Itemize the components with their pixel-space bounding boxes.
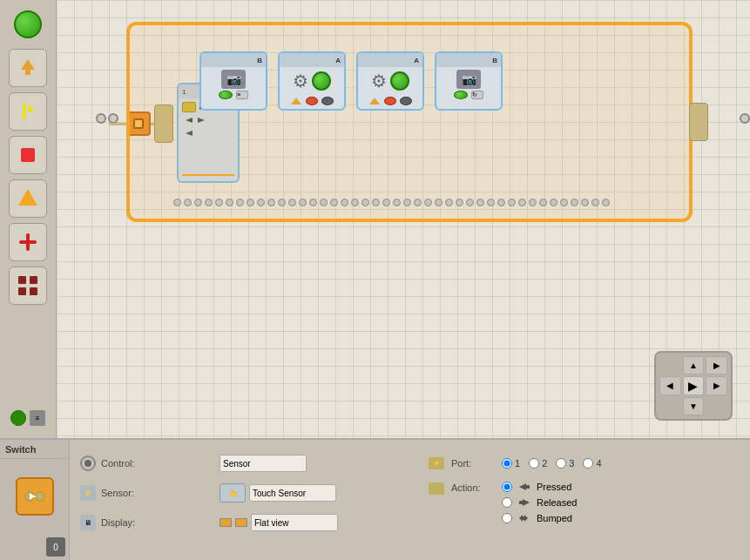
nav-left-button[interactable]: ◀ xyxy=(659,376,681,395)
nav-play-button[interactable]: ▶ xyxy=(683,376,705,395)
cam-green-btn[interactable] xyxy=(219,91,233,99)
port-3-label[interactable]: 3 xyxy=(556,458,574,469)
red-dot-r xyxy=(384,97,396,105)
gear-green-btn-r[interactable] xyxy=(390,71,409,91)
inner-blocks: B 📷 ≡ xyxy=(199,51,503,111)
svg-rect-7 xyxy=(19,240,37,244)
gear-footer-right xyxy=(358,95,422,107)
sensor-label: Sensor: xyxy=(101,488,145,498)
cross-button[interactable] xyxy=(9,223,47,261)
loop-arrow: ← xyxy=(401,13,418,33)
program-area: 1 xyxy=(109,13,736,248)
control-dropdown[interactable]: Sensor xyxy=(220,455,307,472)
released-radio[interactable] xyxy=(502,497,512,508)
seq-dot xyxy=(288,199,296,206)
cam-block-b-right[interactable]: B 📷 ↻ xyxy=(435,51,503,111)
seq-dot xyxy=(456,199,463,206)
gear-footer xyxy=(280,95,344,107)
stop-button[interactable] xyxy=(9,136,47,174)
switch-arrows-svg xyxy=(23,484,47,509)
cam-footer-right: ↻ xyxy=(450,89,487,101)
cam-small-btn[interactable]: ≡ xyxy=(236,91,248,99)
pressed-label: Pressed xyxy=(537,482,571,492)
nav-down-button[interactable]: ▼ xyxy=(683,397,705,415)
port-4-radio[interactable] xyxy=(583,458,593,469)
seq-dot xyxy=(539,199,547,206)
gear-body-right: ⚙ xyxy=(358,67,422,95)
seq-dot xyxy=(414,199,422,206)
step-button[interactable] xyxy=(9,92,47,131)
gray-dot xyxy=(321,97,334,105)
seq-dot xyxy=(236,199,244,206)
port-4-text: 4 xyxy=(596,458,601,469)
released-arrow-icon xyxy=(517,497,531,508)
gear-icon-right: ⚙ xyxy=(371,71,387,91)
seq-dot xyxy=(278,199,286,206)
up-arrow-icon-r xyxy=(368,97,381,105)
upload-button[interactable] xyxy=(9,49,47,87)
seq-dot xyxy=(320,199,328,206)
nav-right-top-button[interactable]: ▶ xyxy=(706,356,727,374)
conn-dot xyxy=(96,113,106,124)
seq-dot xyxy=(247,199,254,206)
gear-green-btn[interactable] xyxy=(312,71,331,91)
port-2-text: 2 xyxy=(542,458,547,469)
display-mini-icon2 xyxy=(235,518,247,527)
svg-marker-22 xyxy=(519,483,530,490)
seq-dot xyxy=(497,199,505,206)
switch-label: Switch xyxy=(0,440,69,459)
port-2-label[interactable]: 2 xyxy=(529,458,547,469)
cam-header-b-left: B xyxy=(201,53,266,67)
bumped-label: Bumped xyxy=(537,513,572,523)
sensor-icon: ⚡ xyxy=(80,485,96,501)
port-label: Port: xyxy=(451,458,495,469)
grid-button[interactable] xyxy=(9,267,47,305)
control-inner xyxy=(84,460,91,467)
view-icon[interactable]: ≡ xyxy=(30,410,45,426)
display-row: 🖥 Display: xyxy=(80,511,220,534)
switch-thumb-icon[interactable] xyxy=(16,477,54,516)
display-dropdown[interactable]: Flat view xyxy=(251,514,338,531)
port-3-radio[interactable] xyxy=(556,458,566,469)
nav-up-button[interactable]: ▲ xyxy=(683,356,705,374)
block-label-b-right: B xyxy=(492,57,497,64)
seq-dot xyxy=(476,199,484,206)
pressed-radio[interactable] xyxy=(502,482,512,492)
cam-small-btn-r[interactable]: ↻ xyxy=(471,91,483,99)
seq-dot xyxy=(205,199,213,206)
loop-container: ← B 📷 xyxy=(126,22,693,222)
touch-sensor-img: 👆 xyxy=(220,483,246,503)
seq-dot xyxy=(529,199,537,206)
col2: Sensor 👆 Touch Sensor xyxy=(220,447,429,553)
sequence-row xyxy=(173,199,610,206)
svg-marker-2 xyxy=(28,104,35,111)
seq-dot xyxy=(257,199,265,206)
shape-button[interactable] xyxy=(9,179,47,218)
seq-dot xyxy=(445,199,453,206)
port-4-label[interactable]: 4 xyxy=(583,458,601,469)
control-label: Control: xyxy=(101,458,145,469)
seq-dot xyxy=(382,199,390,206)
cam-green-r[interactable] xyxy=(454,91,468,99)
port-1-label[interactable]: 1 xyxy=(502,458,520,469)
block-label-b: B xyxy=(257,57,262,64)
seq-dot xyxy=(435,199,443,206)
app: ≡ xyxy=(0,0,750,560)
seq-dot xyxy=(215,199,223,206)
seq-dot xyxy=(508,199,516,206)
zero-badge: 0 xyxy=(46,537,65,557)
action-icon xyxy=(429,482,444,495)
bumped-radio[interactable] xyxy=(502,513,512,523)
seq-dot xyxy=(226,199,233,206)
seq-dot xyxy=(466,199,474,206)
port-2-radio[interactable] xyxy=(529,458,539,469)
port-1-radio[interactable] xyxy=(502,458,512,469)
sensor-dropdown[interactable]: Touch Sensor xyxy=(249,484,336,502)
gear-block-a-right[interactable]: A ⚙ xyxy=(356,51,424,111)
cam-body: 📷 ≡ xyxy=(201,67,266,104)
svg-point-19 xyxy=(36,492,44,501)
action-bumped-row: Bumped xyxy=(502,513,577,523)
nav-right-button[interactable]: ▶ xyxy=(706,376,727,395)
cam-block-b-left[interactable]: B 📷 ≡ xyxy=(199,51,267,111)
gear-block-a-left[interactable]: A ⚙ xyxy=(278,51,346,111)
